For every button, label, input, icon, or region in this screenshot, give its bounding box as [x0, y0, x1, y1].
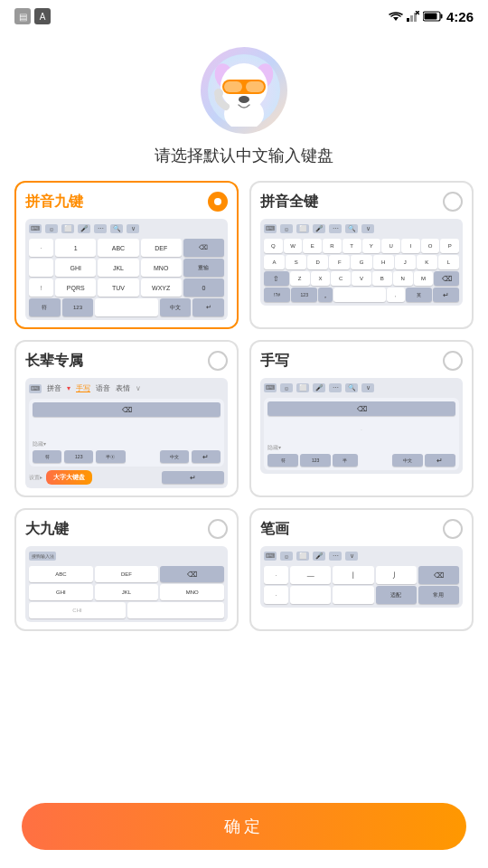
mascot-icon	[208, 54, 280, 127]
card-title-pinyinfull: 拼音全键	[260, 193, 318, 212]
card-title-stroke: 笔画	[260, 520, 289, 539]
svg-rect-7	[440, 14, 442, 19]
card-title-handwrite: 手写	[260, 352, 289, 371]
svg-marker-0	[393, 17, 399, 21]
radio-stroke[interactable]	[443, 519, 463, 539]
keyboard-card-big9[interactable]: 大九键 搜狗输入法 ABC DEF ⌫ GHI JKL MNO CHI	[14, 508, 239, 631]
radio-elder[interactable]	[208, 351, 228, 371]
app-icon-1: ▤	[14, 8, 31, 24]
kb-preview-pinyinfull: ⌨ ☺ ⬜ 🎤 ⋯ 🔍 ∨ Q W E R T Y U I O	[260, 219, 463, 306]
battery-icon	[423, 11, 443, 22]
status-time: 4:26	[446, 9, 474, 24]
avatar-section	[0, 47, 488, 134]
keyboard-grid: 拼音九键 ⌨ ☺ ⬜ 🎤 ⋯ 🔍 ∨ · 1 ABC DEF ⌫	[0, 181, 488, 631]
svg-rect-2	[410, 15, 413, 22]
keyboard-card-handwrite[interactable]: 手写 ⌨ ☺ ⬜ 🎤 ⋯ 🔍 ∨ ⌫ · 隐藏▾	[249, 340, 474, 497]
avatar	[201, 47, 287, 134]
radio-pinyin9[interactable]	[208, 192, 228, 212]
svg-rect-16	[246, 81, 264, 92]
keyboard-card-elder[interactable]: 长辈专属 ⌨ 拼音▾ 手写 语音 表情 ∨ ⌫ 隐藏▾ 符 123	[14, 340, 239, 497]
app-icon-2: A	[34, 8, 51, 24]
keyboard-card-pinyin9[interactable]: 拼音九键 ⌨ ☺ ⬜ 🎤 ⋯ 🔍 ∨ · 1 ABC DEF ⌫	[14, 181, 239, 329]
card-title-pinyin9: 拼音九键	[25, 193, 83, 212]
radio-handwrite[interactable]	[443, 351, 463, 371]
confirm-button-wrap: 确定	[0, 792, 488, 868]
svg-rect-15	[224, 81, 242, 92]
svg-point-17	[239, 96, 249, 103]
kb-preview-stroke: ⌨ ☺ ⬜ 🎤 ⋯ ∨ · — 丨 丿 ⌫ · 适配	[260, 546, 463, 608]
radio-big9[interactable]	[208, 519, 228, 539]
status-bar: ▤ A 4:26	[0, 0, 488, 33]
kb-preview-elder: ⌨ 拼音▾ 手写 语音 表情 ∨ ⌫ 隐藏▾ 符 123 半☉ 中文	[25, 378, 228, 488]
svg-rect-1	[407, 18, 409, 22]
kb-preview-pinyin9: ⌨ ☺ ⬜ 🎤 ⋯ 🔍 ∨ · 1 ABC DEF ⌫ GHI	[25, 219, 228, 320]
status-icons: 4:26	[389, 9, 474, 24]
kb-preview-handwrite: ⌨ ☺ ⬜ 🎤 ⋯ 🔍 ∨ ⌫ · 隐藏▾ 符 123 半	[260, 378, 463, 474]
svg-rect-8	[424, 14, 436, 20]
svg-point-18	[214, 89, 223, 98]
card-title-big9: 大九键	[25, 520, 69, 539]
card-title-elder: 长辈专属	[25, 352, 83, 371]
radio-pinyinfull[interactable]	[443, 192, 463, 212]
signal-icon	[407, 11, 419, 22]
keyboard-card-stroke[interactable]: 笔画 ⌨ ☺ ⬜ 🎤 ⋯ ∨ · — 丨 丿 ⌫ ·	[249, 508, 474, 631]
wifi-icon	[389, 11, 403, 22]
page-title: 请选择默认中文输入键盘	[0, 145, 488, 166]
keyboard-card-pinyinfull[interactable]: 拼音全键 ⌨ ☺ ⬜ 🎤 ⋯ 🔍 ∨ Q W E R T Y	[249, 181, 474, 329]
kb-preview-big9: 搜狗输入法 ABC DEF ⌫ GHI JKL MNO CHI	[25, 546, 228, 622]
confirm-button[interactable]: 确定	[22, 803, 466, 850]
